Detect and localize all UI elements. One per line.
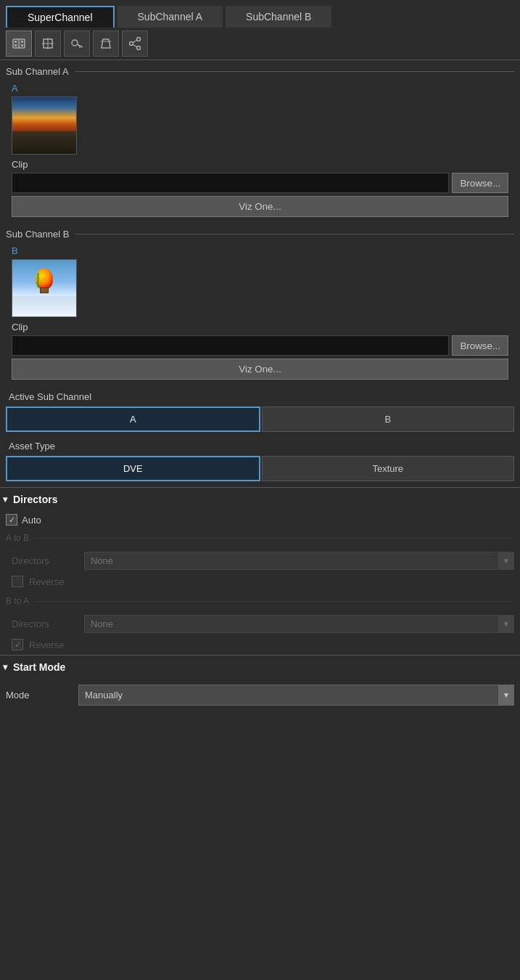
- auto-row: Auto: [0, 511, 520, 528]
- mode-label: Mode: [6, 690, 78, 701]
- tab-bar: SuperChannel SubChannel A SubChannel B: [0, 0, 520, 28]
- mode-dropdown-wrapper: Manually Auto On Air ▼: [78, 685, 514, 706]
- clip-a-file-row: Browse...: [12, 173, 508, 193]
- icon-toolbar: [0, 28, 520, 60]
- clip-b-file-row: Browse...: [12, 335, 508, 356]
- active-sub-channel-section: Active Sub Channel A B: [0, 385, 520, 438]
- viz-one-a-button[interactable]: Viz One...: [12, 196, 508, 217]
- directors-a-to-b-dropdown[interactable]: None: [84, 552, 514, 570]
- clip-b-label: Clip: [12, 322, 508, 332]
- sub-channel-b-section: B Clip Browse... Viz One...: [0, 242, 520, 385]
- svg-rect-0: [13, 39, 25, 48]
- svg-point-10: [72, 40, 78, 46]
- mode-row: Mode Manually Auto On Air ▼: [0, 679, 520, 711]
- sunset-sky: [12, 97, 76, 131]
- directors-header[interactable]: ▾ Directors: [0, 488, 520, 511]
- mode-dropdown[interactable]: Manually Auto On Air: [78, 685, 514, 706]
- asset-type-texture-button[interactable]: Texture: [262, 456, 515, 481]
- channel-b-thumbnail: [12, 259, 77, 317]
- bucket-icon[interactable]: [93, 30, 119, 57]
- tab-subchannel-a[interactable]: SubChannel A: [117, 6, 223, 28]
- active-sub-b-button[interactable]: B: [262, 407, 515, 432]
- directors-a-to-b-arrow-icon: ▼: [498, 552, 514, 570]
- active-sub-channel-label: Active Sub Channel: [6, 391, 514, 402]
- clip-a-label: Clip: [12, 159, 508, 170]
- directors-b-to-a-dropdown-wrapper: None ▼: [84, 615, 514, 633]
- svg-line-18: [133, 44, 137, 47]
- reverse-a-to-b-row: Reverse: [0, 573, 520, 592]
- clip-b-file-input[interactable]: [12, 335, 449, 356]
- auto-checkbox-wrapper[interactable]: Auto: [6, 514, 41, 526]
- svg-point-16: [137, 46, 141, 50]
- a-to-b-section: A to B Directors None ▼ Reverse: [0, 528, 520, 592]
- sub-channel-b-header: Sub Channel B: [0, 223, 520, 242]
- directors-b-to-a-label: Directors: [12, 618, 84, 629]
- active-sub-a-button[interactable]: A: [6, 407, 260, 432]
- svg-rect-3: [15, 44, 17, 46]
- viz-one-b-button[interactable]: Viz One...: [12, 359, 508, 380]
- sub-channel-a-header: Sub Channel A: [0, 60, 520, 80]
- film-icon[interactable]: [6, 30, 32, 57]
- share-icon[interactable]: [122, 30, 148, 57]
- b-to-a-section: B to A Directors None ▼ Reverse: [0, 592, 520, 655]
- start-mode-header[interactable]: ▾ Start Mode: [0, 656, 520, 679]
- start-mode-title: Start Mode: [13, 661, 65, 673]
- reverse-b-to-a-label: Reverse: [29, 640, 64, 650]
- balloon-stripe: [37, 273, 39, 287]
- directors-chevron-icon: ▾: [3, 494, 7, 505]
- tab-subchannel-b[interactable]: SubChannel B: [226, 6, 331, 28]
- directors-title: Directors: [13, 494, 57, 505]
- channel-a-label: A: [12, 83, 508, 94]
- svg-rect-1: [15, 41, 17, 43]
- sunset-ground: [12, 131, 76, 154]
- directors-b-to-a-dropdown[interactable]: None: [84, 615, 514, 633]
- clip-a-file-input[interactable]: [12, 173, 449, 193]
- asset-type-section: Asset Type DVE Texture: [0, 438, 520, 487]
- a-to-b-header: A to B: [0, 528, 520, 547]
- browse-a-button[interactable]: Browse...: [452, 173, 508, 193]
- balloon-basket: [40, 287, 49, 293]
- asset-type-label: Asset Type: [6, 441, 514, 452]
- svg-point-15: [130, 42, 133, 46]
- key-icon[interactable]: [64, 30, 90, 57]
- directors-b-to-a-row: Directors None ▼: [0, 611, 520, 636]
- browse-b-button[interactable]: Browse...: [452, 335, 508, 356]
- directors-b-to-a-arrow-icon: ▼: [498, 615, 514, 633]
- cloud-bottom: [12, 296, 76, 317]
- reverse-a-to-b-label: Reverse: [29, 576, 64, 587]
- sub-channel-a-section: A Clip Browse... Viz One...: [0, 80, 520, 223]
- reverse-b-to-a-row: Reverse: [0, 636, 520, 655]
- active-sub-channel-toggle: A B: [6, 407, 514, 432]
- directors-a-to-b-dropdown-wrapper: None ▼: [84, 552, 514, 570]
- start-mode-section: ▾ Start Mode Mode Manually Auto On Air ▼: [0, 655, 520, 711]
- directors-a-to-b-row: Directors None ▼: [0, 547, 520, 573]
- b-to-a-header: B to A: [0, 592, 520, 611]
- svg-rect-2: [21, 41, 23, 43]
- crop-icon[interactable]: [35, 30, 61, 57]
- start-mode-chevron-icon: ▾: [3, 662, 7, 672]
- directors-section: ▾ Directors Auto A to B Directors None ▼…: [0, 487, 520, 655]
- svg-rect-4: [21, 44, 23, 46]
- auto-checkbox[interactable]: [6, 514, 17, 526]
- asset-type-dve-button[interactable]: DVE: [6, 456, 260, 481]
- reverse-a-to-b-checkbox[interactable]: [12, 576, 23, 587]
- reverse-b-to-a-checkbox[interactable]: [12, 639, 23, 650]
- svg-line-17: [133, 40, 137, 43]
- channel-a-thumbnail: [12, 97, 77, 155]
- tab-superchannel[interactable]: SuperChannel: [6, 6, 115, 28]
- directors-a-to-b-label: Directors: [12, 555, 84, 566]
- auto-label: Auto: [22, 515, 41, 526]
- asset-type-toggle: DVE Texture: [6, 456, 514, 481]
- channel-b-label: B: [12, 245, 508, 256]
- svg-point-14: [137, 38, 141, 41]
